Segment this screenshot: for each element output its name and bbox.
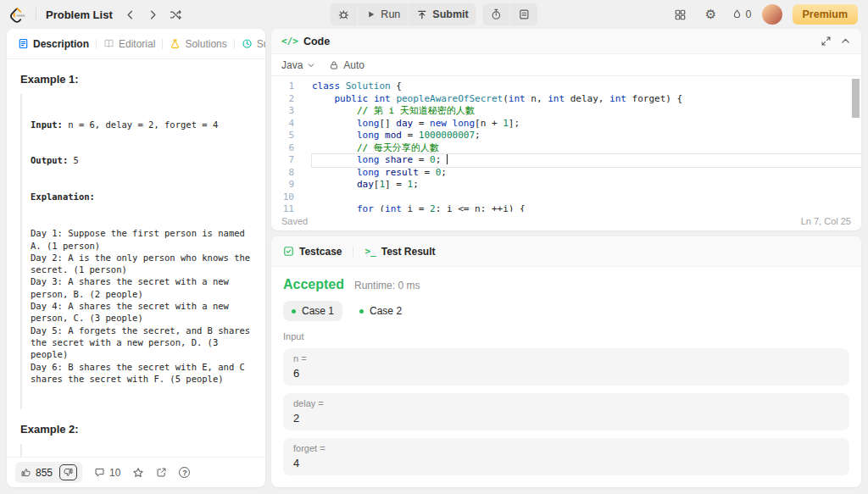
code-line[interactable]: // 每天分享的人數 <box>312 142 861 155</box>
code-toolbar: Java Auto <box>271 54 861 76</box>
language-select[interactable]: Java <box>281 59 315 71</box>
code-line[interactable]: class Solution { <box>312 80 861 93</box>
tab-divider <box>353 247 353 257</box>
editor-tools-group <box>483 3 538 25</box>
case-tab-2[interactable]: Case 2 <box>351 301 410 321</box>
description-panel: Description Editorial Solutions Submissi… <box>7 29 265 487</box>
layout-button[interactable] <box>670 4 691 25</box>
code-panel: </> Code Java Auto 1234567891011 <box>271 29 861 230</box>
problem-description-content: Example 1: Input: n = 6, delay = 2, forg… <box>7 59 265 457</box>
test-panel-header: Testcase >_ Test Result <box>271 236 861 267</box>
streak-indicator[interactable]: 0 <box>732 8 752 20</box>
code-status-bar: Saved Ln 7, Col 25 <box>271 212 861 230</box>
tab-submissions[interactable]: Submissions <box>236 35 265 53</box>
leetcode-logo-icon[interactable] <box>10 7 26 23</box>
code-line[interactable]: // 第 i 天知道秘密的人數 <box>312 105 861 118</box>
code-editor[interactable]: 1234567891011 class Solution { public in… <box>271 76 861 212</box>
comments-button[interactable]: 10 <box>94 467 120 479</box>
output-value: 5 <box>68 155 79 165</box>
settings-button[interactable]: ⚙ <box>701 4 721 25</box>
notes-button[interactable] <box>511 3 538 25</box>
tab-divider <box>162 39 163 49</box>
code-header-actions <box>821 36 851 47</box>
line-number: 6 <box>271 142 294 155</box>
help-button[interactable]: ? <box>179 467 190 478</box>
code-line[interactable]: for (int i = 2; i <= n; ++i) { <box>312 203 861 212</box>
chevron-left-icon <box>124 8 136 21</box>
case-label: Case 2 <box>370 305 402 317</box>
tab-solutions[interactable]: Solutions <box>164 35 232 53</box>
run-label: Run <box>381 8 400 20</box>
line-number: 7 <box>271 154 294 167</box>
tab-test-result[interactable]: >_ Test Result <box>364 246 435 258</box>
code-line[interactable]: public int peopleAwareOfSecret(int n, in… <box>312 93 861 106</box>
tab-label: Editorial <box>119 38 155 50</box>
lock-icon <box>329 60 339 70</box>
random-problem-button[interactable] <box>166 4 186 25</box>
tab-label: Test Result <box>381 246 436 258</box>
code-line[interactable]: long result = 0; <box>312 167 861 180</box>
code-line[interactable]: long share = 0; <box>312 154 861 167</box>
tab-testcase[interactable]: Testcase <box>283 246 342 258</box>
output-section-label: Output <box>283 486 849 487</box>
check-square-icon <box>283 246 294 257</box>
main-layout: Description Editorial Solutions Submissi… <box>0 29 868 494</box>
like-button[interactable]: 855 <box>20 467 53 479</box>
dislike-button[interactable] <box>59 464 77 480</box>
flask-icon <box>170 38 181 49</box>
example-title: Example 2: <box>20 423 252 436</box>
code-icon: </> <box>281 36 298 47</box>
debug-button[interactable] <box>330 3 357 25</box>
input-label: Input: <box>31 119 63 130</box>
expand-icon[interactable] <box>821 36 832 47</box>
favorite-button[interactable] <box>132 467 144 479</box>
timer-button[interactable] <box>483 3 510 25</box>
code-panel-title: Code <box>303 36 330 47</box>
field-value: 4 <box>293 457 839 469</box>
star-icon <box>132 467 144 479</box>
thumbs-down-icon <box>63 467 74 478</box>
book-icon <box>103 38 114 49</box>
tab-description[interactable]: Description <box>12 35 95 53</box>
editor-scrollbar-thumb[interactable] <box>852 79 860 118</box>
navbar-left: Problem List <box>10 4 186 25</box>
case-tab-row: Case 1 Case 2 <box>283 301 849 321</box>
tab-label: Testcase <box>299 246 342 258</box>
save-status: Saved <box>281 216 308 226</box>
case-label: Case 1 <box>302 305 334 317</box>
problem-list-link[interactable]: Problem List <box>46 8 113 21</box>
test-result-content: Accepted Runtime: 0 ms Case 1 Case 2 Inp… <box>271 267 861 487</box>
next-problem-button[interactable] <box>143 4 164 25</box>
code-line[interactable]: long mod = 1000000007; <box>312 130 861 142</box>
example-explanation-lines: Day 1: Suppose the first person is named… <box>31 227 252 385</box>
code-line[interactable]: long[] day = new long[n + 1]; <box>312 118 861 130</box>
example-io-block: Input: n = 4, delay = 1, forget = 3 Outp… <box>20 444 252 457</box>
flame-icon <box>732 8 743 20</box>
code-gutter: 1234567891011 <box>271 80 302 212</box>
code-line[interactable]: day[1] = 1; <box>312 179 861 191</box>
shuffle-icon <box>170 8 182 21</box>
tab-editorial[interactable]: Editorial <box>97 35 161 53</box>
language-label: Java <box>281 59 303 71</box>
example-title: Example 1: <box>20 73 252 86</box>
submit-button[interactable]: Submit <box>409 3 476 25</box>
autocomplete-toggle[interactable]: Auto <box>329 59 364 71</box>
tab-label: Description <box>33 38 89 50</box>
prev-problem-button[interactable] <box>120 4 141 25</box>
run-button[interactable]: Run <box>358 3 408 25</box>
history-clock-icon <box>242 38 253 49</box>
code-line[interactable] <box>312 191 861 204</box>
chevron-up-icon[interactable] <box>840 36 851 47</box>
question-icon: ? <box>179 467 190 478</box>
premium-button[interactable]: Premium <box>793 4 859 25</box>
case-tab-1[interactable]: Case 1 <box>283 301 342 321</box>
avatar[interactable] <box>762 4 782 25</box>
testcase-field-n: n = 6 <box>283 348 849 386</box>
testcase-field-delay: delay = 2 <box>283 393 849 430</box>
test-panel: Testcase >_ Test Result Accepted Runtime… <box>271 236 861 487</box>
navbar-right: ⚙ 0 Premium <box>670 4 858 25</box>
grid-layout-icon <box>674 8 687 21</box>
share-button[interactable] <box>156 467 167 478</box>
note-icon <box>519 8 531 20</box>
case-status-dot <box>292 309 296 314</box>
